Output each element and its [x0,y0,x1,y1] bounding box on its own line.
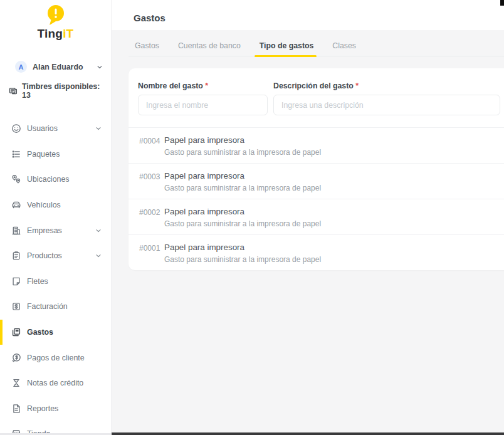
name-label: Nombre del gasto * [138,81,268,90]
sidebar-nav: UsuariosPaquetesUbicacionesVehículosEmpr… [0,116,111,435]
description-input[interactable] [273,95,500,115]
logo-text: TingiT [0,28,111,40]
sidebar-item-tienda[interactable]: Tienda [0,421,111,435]
expense-id: #0001 [139,242,164,270]
expense-description: Gasto para suministrar a la impresora de… [164,219,321,228]
expense-id: #0003 [139,170,164,199]
logo[interactable]: TingiT [0,0,111,40]
chevron-down-icon [95,252,102,259]
sidebar-item-facturacion[interactable]: Facturación [0,294,111,320]
sidebar-item-ubicaciones[interactable]: Ubicaciones [0,167,111,192]
tab-tipo-de-gastos[interactable]: Tipo de gastos [260,41,314,56]
expense-id: #0004 [139,135,164,163]
sidebar: TingiT A Alan Eduardo Timbres disponible… [0,0,112,435]
sidebar-item-vehiculos[interactable]: Vehículos [0,192,111,218]
sidebar-item-productos[interactable]: Productos [0,243,111,269]
clipboard-icon [11,251,21,261]
store-icon [11,429,21,435]
map-pins-icon [11,174,21,184]
tab-bar: GastosCuentas de bancoTipo de gastosClas… [129,30,504,56]
chevron-down-icon [95,125,102,132]
expense-row[interactable]: #0001Papel para impresoraGasto para sumi… [129,234,504,270]
expense-title: Papel para impresora [164,206,321,217]
expense-description: Gasto para suministrar a la impresora de… [164,148,321,157]
sidebar-item-gastos[interactable]: Gastos [0,320,111,345]
expense-list: #0004Papel para impresoraGasto para sumi… [129,127,504,270]
receipts-icon [11,327,21,337]
invoice-icon [11,301,21,312]
sidebar-item-label: Tienda [27,429,50,435]
stamps-info: Timbres disponibles: 13 [9,82,103,100]
sidebar-item-reportes[interactable]: Reportes [0,396,111,422]
expense-description: Gasto para suministrar a la impresora de… [164,255,321,264]
sidebar-item-usuarios[interactable]: Usuarios [0,116,111,142]
sidebar-item-label: Gastos [27,328,53,337]
page-title: Gastos [134,13,165,23]
expense-row[interactable]: #0002Papel para impresoraGasto para sumi… [129,199,504,234]
sidebar-item-label: Productos [27,251,62,260]
horizontal-scrollbar[interactable] [112,432,504,435]
sidebar-item-label: Empresas [27,226,62,235]
sidebar-item-label: Paquetes [27,150,60,159]
expense-type-form: Nombre del gasto * Descripción del gasto… [129,68,504,127]
required-mark: * [355,81,359,90]
expense-id: #0002 [139,206,164,234]
tab-gastos[interactable]: Gastos [135,41,159,56]
expense-title: Papel para impresora [164,242,321,253]
name-input[interactable] [138,95,268,115]
page-header: Gastos [112,0,504,30]
chevron-down-icon [95,227,102,234]
required-mark: * [205,81,208,90]
sidebar-item-label: Reportes [27,404,58,413]
car-icon [11,200,21,210]
stamps-icon [9,86,18,95]
sidebar-item-label: Ubicaciones [27,175,70,184]
expenses-card: Nombre del gasto * Descripción del gasto… [129,68,504,270]
building-icon [11,226,21,236]
description-label: Descripción del gasto * [273,81,500,90]
sidebar-item-fletes[interactable]: Fletes [0,269,111,295]
sidebar-item-label: Fletes [27,277,48,286]
content-area: GastosCuentas de bancoTipo de gastosClas… [112,30,504,435]
user-smile-icon [11,123,21,134]
chevron-down-icon [96,63,103,71]
tab-cuentas-de-banco[interactable]: Cuentas de banco [178,41,241,56]
coin-icon [11,353,21,363]
avatar: A [15,61,27,73]
sidebar-item-label: Pagos de cliente [27,354,85,362]
sidebar-item-pagos-de-cliente[interactable]: Pagos de cliente [0,345,111,370]
sidebar-item-label: Usuarios [27,124,58,133]
stamps-label: Timbres disponibles: 13 [22,82,103,100]
sidebar-item-notas-de-credito[interactable]: Notas de crédito [0,370,111,396]
exclamation-bubble-icon [0,4,111,27]
sidebar-item-paquetes[interactable]: Paquetes [0,142,111,167]
list-icon [11,149,21,159]
note-icon [11,276,21,286]
expense-title: Papel para impresora [164,170,321,181]
sidebar-item-empresas[interactable]: Empresas [0,218,111,243]
sidebar-item-label: Vehículos [27,201,61,209]
main-area: Gastos GastosCuentas de bancoTipo de gas… [112,0,504,435]
expense-description: Gasto para suministrar a la impresora de… [164,184,321,192]
expense-row[interactable]: #0004Papel para impresoraGasto para sumi… [129,127,504,163]
report-icon [11,404,21,414]
expense-row[interactable]: #0003Papel para impresoraGasto para sumi… [129,163,504,199]
sidebar-item-label: Notas de crédito [27,379,83,387]
window-artifact [500,0,504,6]
credit-note-icon [11,378,21,388]
expense-title: Papel para impresora [164,135,321,145]
tab-clases[interactable]: Clases [332,41,356,56]
sidebar-item-label: Facturación [27,302,68,311]
user-name: Alan Eduardo [33,63,83,71]
user-menu[interactable]: A Alan Eduardo [15,61,103,73]
